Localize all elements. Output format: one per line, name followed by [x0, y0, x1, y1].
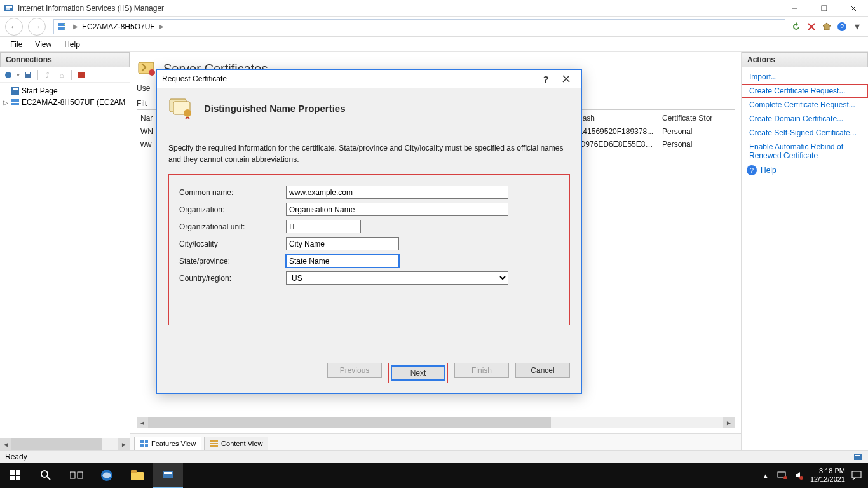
tray-notifications-icon[interactable]	[851, 470, 862, 480]
svg-rect-17	[26, 72, 30, 74]
svg-point-43	[41, 471, 48, 477]
connect-icon[interactable]	[3, 69, 14, 81]
taskbar-explorer[interactable]	[122, 463, 153, 488]
svg-rect-22	[11, 103, 19, 105]
nav-dropdown-icon[interactable]: ▾	[850, 20, 864, 34]
save-icon[interactable]	[22, 69, 34, 81]
close-button[interactable]	[839, 0, 868, 17]
action-complete-cert-request[interactable]: Complete Certificate Request...	[742, 98, 868, 112]
connections-scrollbar[interactable]: ◄ ►	[0, 438, 130, 450]
country-select[interactable]: US	[286, 271, 508, 285]
tab-content-view[interactable]: Content View	[204, 437, 268, 450]
dialog-close-button[interactable]	[556, 71, 576, 86]
center-scrollbar[interactable]: ◄ ►	[137, 417, 735, 428]
start-button[interactable]	[0, 463, 31, 488]
action-enable-auto-rebind[interactable]: Enable Automatic Rebind of Renewed Certi…	[742, 140, 868, 163]
tab-label: Features View	[151, 440, 196, 447]
tray-sound-icon[interactable]	[794, 470, 804, 480]
svg-rect-25	[140, 440, 144, 443]
svg-rect-19	[11, 87, 19, 95]
help-label: Help	[761, 166, 776, 175]
action-import[interactable]: Import...	[742, 70, 868, 84]
expand-icon[interactable]: ▷	[1, 99, 10, 106]
action-create-cert-request[interactable]: Create Certificate Request...	[742, 84, 868, 98]
up-level-icon[interactable]: ⤴	[42, 69, 53, 81]
tab-features-view[interactable]: Features View	[134, 437, 201, 450]
system-tray[interactable]: ▴ 3:18 PM 12/12/2021	[754, 467, 868, 484]
svg-point-24	[149, 69, 155, 76]
actions-header: Actions	[742, 52, 868, 67]
tray-network-icon[interactable]	[777, 470, 787, 480]
ou-input[interactable]	[286, 220, 361, 233]
cell-store: Personal	[658, 126, 735, 137]
menu-help[interactable]: Help	[58, 38, 86, 51]
menu-bar: File View Help	[0, 37, 868, 52]
server-node-icon	[10, 97, 20, 107]
window-title: Internet Information Services (IIS) Mana…	[18, 4, 164, 13]
organization-input[interactable]	[286, 203, 508, 216]
config-icon[interactable]	[853, 452, 863, 462]
forward-button[interactable]: →	[28, 18, 46, 36]
taskbar[interactable]: ▴ 3:18 PM 12/12/2021	[0, 463, 868, 488]
iis-app-icon	[4, 3, 14, 13]
city-input[interactable]	[286, 237, 399, 250]
previous-button[interactable]: Previous	[327, 363, 382, 378]
search-button[interactable]	[31, 463, 61, 488]
menu-file[interactable]: File	[4, 38, 29, 51]
scrollbar-thumb[interactable]	[11, 438, 102, 450]
home-icon[interactable]	[820, 20, 834, 34]
svg-rect-27	[140, 444, 144, 447]
connections-toolbar: ▾ ⤴ ⌂	[0, 67, 130, 83]
svg-point-53	[783, 476, 787, 479]
minimize-button[interactable]	[780, 0, 810, 17]
stop-small-icon[interactable]	[76, 69, 87, 81]
col-store[interactable]: Certificate Stor	[658, 112, 735, 124]
next-button[interactable]: Next	[391, 365, 445, 381]
dialog-header-title: Distinguished Name Properties	[204, 103, 346, 114]
stop-icon[interactable]	[804, 20, 818, 34]
breadcrumb-host[interactable]: EC2AMAZ-8H5O7UF	[82, 22, 155, 31]
svg-rect-1	[6, 6, 12, 8]
taskbar-ie[interactable]	[92, 463, 122, 488]
action-create-domain-cert[interactable]: Create Domain Certificate...	[742, 112, 868, 126]
svg-point-15	[5, 72, 11, 78]
taskbar-iis[interactable]	[153, 463, 183, 488]
dialog-help-button[interactable]: ?	[536, 71, 556, 86]
svg-rect-55	[852, 471, 861, 478]
tray-date: 12/12/2021	[810, 475, 845, 484]
action-create-self-signed-cert[interactable]: Create Self-Signed Certificate...	[742, 126, 868, 140]
help-icon[interactable]: ?	[835, 20, 849, 34]
tray-clock[interactable]: 3:18 PM 12/12/2021	[810, 467, 845, 484]
finish-button[interactable]: Finish	[454, 363, 509, 378]
scroll-left-icon[interactable]: ◄	[0, 438, 11, 450]
connections-tree[interactable]: Start Page ▷ EC2AMAZ-8H5O7UF (EC2AM	[0, 83, 130, 438]
svg-point-38	[184, 109, 191, 117]
svg-rect-31	[210, 445, 218, 447]
menu-view[interactable]: View	[29, 38, 58, 51]
dialog-titlebar: Request Certificate ?	[157, 70, 581, 88]
breadcrumb[interactable]: ▶ EC2AMAZ-8H5O7UF ▶	[53, 19, 785, 34]
svg-rect-30	[210, 443, 218, 444]
scroll-left-icon[interactable]: ◄	[137, 417, 148, 428]
tray-up-icon[interactable]: ▴	[761, 470, 771, 480]
action-help[interactable]: ? Help	[742, 163, 868, 178]
scroll-right-icon[interactable]: ►	[118, 438, 130, 450]
state-input[interactable]	[286, 254, 399, 268]
connections-header: Connections	[0, 52, 130, 67]
features-view-icon	[140, 439, 149, 448]
maximize-button[interactable]	[810, 0, 839, 17]
common-name-input[interactable]	[286, 186, 508, 199]
certificate-wizard-icon	[168, 97, 195, 119]
certificates-icon	[137, 58, 157, 79]
refresh-icon[interactable]	[789, 20, 803, 34]
scrollbar-thumb[interactable]	[148, 417, 551, 428]
cancel-button[interactable]: Cancel	[515, 363, 570, 378]
scroll-right-icon[interactable]: ►	[723, 417, 735, 428]
svg-rect-28	[145, 444, 148, 447]
task-view-button[interactable]	[61, 463, 92, 488]
back-button[interactable]: ←	[5, 18, 23, 36]
chevron-right-icon: ▶	[159, 23, 164, 30]
tree-start-page[interactable]: Start Page	[1, 85, 128, 97]
tree-server-node[interactable]: ▷ EC2AMAZ-8H5O7UF (EC2AM	[1, 97, 128, 108]
home-small-icon[interactable]: ⌂	[56, 69, 67, 81]
